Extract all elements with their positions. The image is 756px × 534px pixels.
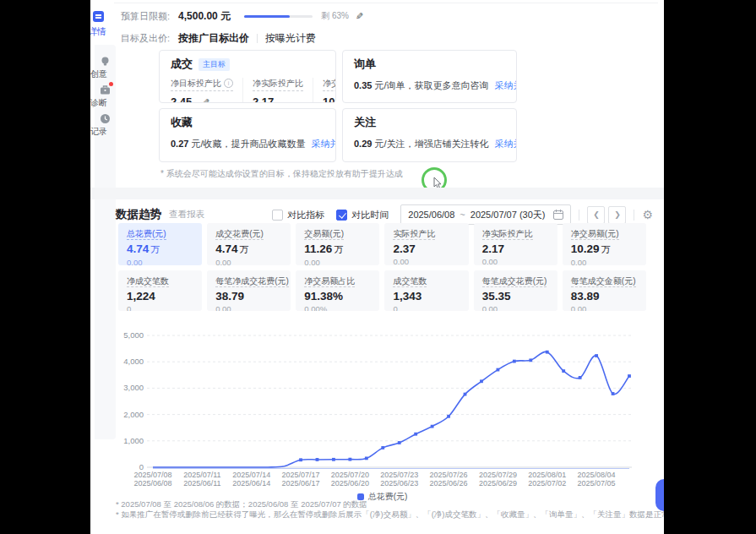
- prev-period-button[interactable]: ❮: [587, 206, 605, 224]
- sidebar-item-label: 详情: [90, 25, 116, 38]
- legend-label: 总花费(元): [368, 491, 408, 503]
- goal-card-inquiry[interactable]: 询单 0.35 元/询单，获取更多意向咨询采纳并开启: [342, 50, 517, 103]
- goal-card-deal[interactable]: 成交 主目标 净目标投产比i2.45 ✎净实际投产比2.17净交易额(元)102…: [159, 50, 336, 103]
- metric-card[interactable]: 每笔成交金额(元)83.890.00: [563, 270, 646, 311]
- tab-bid-by-goal[interactable]: 按推广目标出价: [178, 31, 249, 46]
- svg-text:2025/07/14: 2025/07/14: [232, 471, 270, 479]
- metric-value: 11.26万: [304, 242, 371, 256]
- bulb-icon: [100, 55, 111, 66]
- metric-compare-value: 0.00%: [304, 304, 371, 311]
- metric-value: 83.89: [571, 290, 638, 302]
- metric-value: 2.37: [393, 242, 460, 255]
- goal-card-desc: 0.29 元/关注，增强店铺关注转化采纳并开启: [354, 138, 505, 150]
- svg-text:2025/06/20: 2025/06/20: [331, 479, 369, 488]
- trend-chart: 01,0002,0003,0004,0005,0002025/07/082025…: [110, 328, 655, 488]
- compare-metric-checkbox[interactable]: [272, 210, 283, 221]
- edit-budget-icon[interactable]: ✎: [356, 11, 363, 22]
- price-value: 0.27: [171, 139, 188, 149]
- metric-card[interactable]: 每笔成交花费(元)35.350.00: [474, 270, 557, 311]
- adopt-enable-link[interactable]: 采纳并开启: [312, 139, 336, 149]
- svg-text:2025/07/05: 2025/07/05: [578, 479, 616, 488]
- adopt-enable-link[interactable]: 采纳并开启: [495, 80, 517, 90]
- svg-text:2025/06/08: 2025/06/08: [133, 479, 171, 488]
- goal-card-title: 收藏: [171, 115, 193, 130]
- metric-label: 总花费(元): [127, 228, 193, 240]
- stat-label: 净目标投产比i: [171, 78, 233, 91]
- sidebar-item-label: 记录: [90, 126, 119, 138]
- metric-card[interactable]: 成交花费(元)4.74万0.00: [207, 223, 291, 265]
- budget-row: 预算日限额: 4,500.00 元 剩 63% ✎: [121, 8, 363, 25]
- metric-card[interactable]: 净成交笔数1,2240: [118, 270, 202, 311]
- date-separator: ~: [460, 210, 465, 220]
- svg-text:2025/07/02: 2025/07/02: [528, 479, 566, 488]
- goal-card-favorite[interactable]: 收藏 0.27 元/收藏，提升商品收藏数量采纳并开启: [159, 108, 336, 162]
- price-value: 0.35: [354, 80, 372, 90]
- svg-text:2025/08/01: 2025/08/01: [528, 471, 566, 479]
- goal-card-stats: 净目标投产比i2.45 ✎净实际投产比2.17净交易额(元)102946.60: [171, 78, 324, 103]
- goal-card-title: 成交: [171, 57, 193, 72]
- goals-row: 目标及出价: 按推广目标出价 按曝光计费: [121, 30, 316, 46]
- stat-value: 2.17: [253, 95, 303, 103]
- metric-card[interactable]: 净实际投产比2.170.00: [474, 223, 557, 265]
- metric-card[interactable]: 总花费(元)4.74万0.00: [118, 223, 202, 265]
- metric-card[interactable]: 交易额(元)11.26万0.00: [296, 223, 379, 265]
- ad-campaign-panel: 详情 创意诊断记录 预算日限额: 4,500.00 元 剩 63% ✎ 目标及出…: [90, 0, 664, 534]
- side-floating-button[interactable]: [655, 479, 664, 511]
- budget-label: 预算日限额:: [121, 10, 170, 23]
- controls-divider: [634, 210, 634, 221]
- goals-label: 目标及出价:: [121, 32, 170, 45]
- sidebar-item-detail[interactable]: 详情: [90, 11, 116, 38]
- metric-compare-value: 0.00: [482, 304, 549, 311]
- svg-text:2025/07/29: 2025/07/29: [479, 471, 517, 479]
- metric-card[interactable]: 净交易额(元)10.29万0.00: [563, 223, 646, 265]
- goal-card-desc: 0.27 元/收藏，提升商品收藏数量采纳并开启: [171, 138, 324, 150]
- svg-text:2025/06/23: 2025/06/23: [380, 479, 418, 488]
- sidebar-item-label: 诊断: [90, 97, 119, 109]
- compare-time-label: 对比时间: [351, 209, 389, 221]
- metric-card[interactable]: 实际投产比2.370.00: [384, 223, 468, 265]
- metric-card[interactable]: 净交易额占比91.38%0.00%: [296, 270, 379, 311]
- next-period-button[interactable]: ❯: [608, 206, 626, 224]
- compare-time-checkbox[interactable]: [336, 210, 347, 221]
- goal-card-title: 询单: [354, 57, 376, 72]
- footnote-2: * 如果推广在暂停或删除前已经获得了曝光，那么在暂停或删除后展示「(净)交易额」…: [116, 509, 664, 520]
- metric-value: 38.79: [215, 290, 282, 302]
- date-range-input[interactable]: 2025/06/08 ~ 2025/07/07 (30天): [400, 204, 571, 225]
- sidebar-item-clock[interactable]: 记录: [95, 112, 120, 138]
- metric-card[interactable]: 成交笔数1,3430: [384, 270, 468, 311]
- date-end: 2025/07/07 (30天): [470, 209, 546, 221]
- clock-icon: [100, 112, 111, 123]
- metric-compare-value: 0: [127, 304, 193, 311]
- metric-card[interactable]: 每笔净成交花费(元)38.790.00: [207, 270, 291, 311]
- info-icon[interactable]: i: [224, 79, 233, 88]
- metric-label: 每笔成交金额(元): [571, 275, 638, 287]
- system-note: * 系统会尽可能达成你设置的目标，保持稳定投放有助于提升达成: [160, 168, 403, 180]
- metric-compare-value: 0.00: [127, 258, 193, 265]
- main-goal-badge: 主目标: [199, 58, 230, 71]
- svg-text:4,000: 4,000: [123, 357, 144, 366]
- budget-slider[interactable]: [244, 15, 313, 18]
- goal-card-follow[interactable]: 关注 0.29 元/关注，增强店铺关注转化采纳并开启: [342, 108, 517, 162]
- svg-text:1,000: 1,000: [123, 436, 144, 445]
- adopt-enable-link[interactable]: 采纳并开启: [495, 139, 517, 149]
- tab-bid-by-exposure[interactable]: 按曝光计费: [265, 31, 316, 46]
- view-report-link[interactable]: 查看报表: [169, 209, 204, 221]
- calendar-icon: [553, 210, 563, 220]
- svg-text:2025/06/17: 2025/06/17: [282, 479, 320, 488]
- metric-compare-value: 0: [393, 304, 460, 311]
- stat-value: 102946.60: [323, 95, 336, 103]
- metric-value: 1,343: [393, 290, 460, 302]
- svg-text:5,000: 5,000: [123, 330, 144, 340]
- metric-compare-value: 0.00: [215, 258, 282, 265]
- compare-metric-label: 对比指标: [287, 209, 324, 221]
- gear-icon[interactable]: ⚙: [642, 208, 653, 221]
- tab-divider: [257, 34, 258, 43]
- metric-compare-value: 0.00: [571, 258, 638, 265]
- deal-stat: 净目标投产比i2.45 ✎: [171, 78, 242, 103]
- sidebar-item-bulb[interactable]: 创意: [95, 55, 120, 80]
- sidebar-item-case[interactable]: 诊断: [95, 84, 120, 109]
- edit-roi-icon[interactable]: ✎: [202, 97, 209, 103]
- metric-label: 每笔成交花费(元): [482, 275, 549, 287]
- trends-title: 数据趋势: [116, 207, 161, 222]
- metric-compare-value: 0.00: [482, 257, 549, 265]
